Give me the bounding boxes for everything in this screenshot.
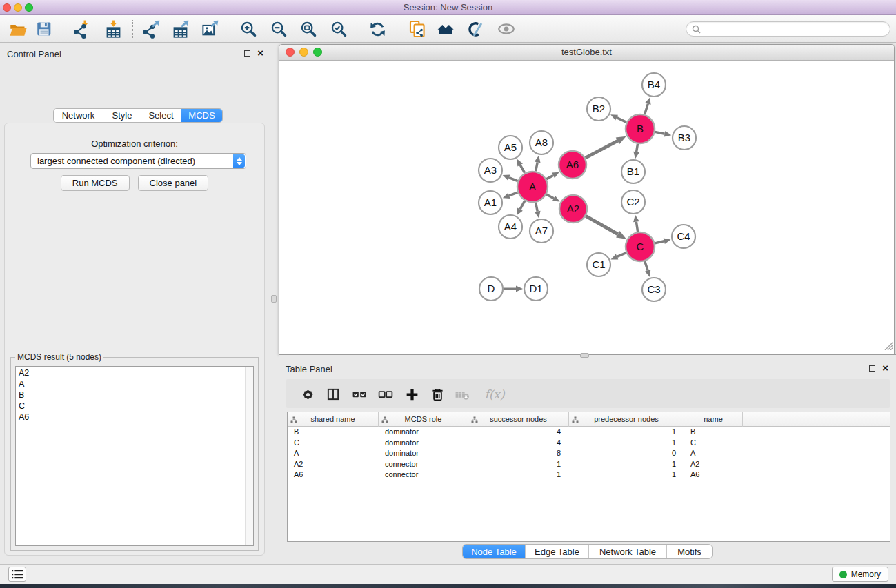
mcds-result-item[interactable]: A — [19, 378, 253, 389]
table-cell[interactable]: B — [288, 427, 379, 438]
table-cell[interactable]: 0 — [569, 448, 684, 459]
table-cell[interactable]: A — [684, 448, 743, 459]
table-cell[interactable]: 1 — [569, 427, 684, 438]
table-cell[interactable]: A6 — [684, 469, 743, 480]
graph-edge-A-A1[interactable] — [509, 192, 517, 196]
mcds-result-item[interactable]: C — [19, 401, 253, 412]
graph-edge-A6-B[interactable] — [586, 141, 618, 158]
divider-grab-handle[interactable] — [580, 353, 589, 358]
table-row[interactable]: A2connector11A2 — [288, 459, 890, 470]
zoom-out-icon[interactable] — [269, 19, 288, 39]
float-panel-icon[interactable] — [869, 365, 875, 372]
graph-edge-C-C1[interactable] — [617, 253, 626, 257]
table-cell[interactable]: 1 — [569, 469, 684, 480]
search-field[interactable] — [686, 21, 890, 37]
home-first-neighbors-icon[interactable] — [436, 19, 455, 39]
tab-node-table[interactable]: Node Table — [463, 545, 526, 558]
minimize-network-window-button[interactable] — [299, 48, 308, 57]
zoom-in-icon[interactable] — [239, 19, 258, 39]
table-cell[interactable]: dominator — [379, 438, 468, 449]
delete-table-icon[interactable] — [453, 385, 471, 403]
table-settings-gear-icon[interactable] — [299, 385, 317, 403]
table-cell[interactable]: A2 — [684, 459, 743, 470]
graph-edge-C-C4[interactable] — [655, 241, 664, 243]
deselect-all-checkboxes-icon[interactable] — [377, 385, 395, 403]
mcds-result-item[interactable]: A6 — [19, 412, 253, 423]
scrollbar-track[interactable] — [245, 367, 253, 545]
toggle-graphics-details-eye-icon[interactable] — [497, 19, 516, 39]
open-session-icon[interactable] — [8, 19, 28, 39]
tab-mcds[interactable]: MCDS — [181, 109, 222, 122]
close-panel-icon[interactable]: × — [257, 48, 263, 59]
graph-edge-B-B4[interactable] — [645, 104, 648, 114]
table-cell[interactable]: B — [684, 427, 743, 438]
zoom-selected-icon[interactable] — [329, 19, 348, 39]
table-cell[interactable]: 4 — [468, 427, 569, 438]
table-cell[interactable]: dominator — [379, 427, 468, 438]
vertical-split-divider[interactable] — [269, 43, 279, 564]
graph-edge-A-A5[interactable] — [520, 165, 525, 173]
table-cell[interactable]: 1 — [468, 469, 569, 480]
table-cell[interactable]: A — [288, 448, 379, 459]
table-cell[interactable]: 8 — [468, 448, 569, 459]
graph-edge-C-C2[interactable] — [636, 222, 637, 232]
refresh-layout-icon[interactable] — [368, 19, 387, 39]
graph-edge-A-A6[interactable] — [546, 175, 553, 179]
import-network-icon[interactable] — [72, 19, 91, 39]
clone-network-icon[interactable] — [408, 19, 427, 39]
graph-edge-A-A8[interactable] — [536, 162, 538, 171]
network-window-titlebar[interactable]: testGlobe.txt — [279, 45, 894, 61]
table-cell[interactable]: 4 — [468, 438, 569, 449]
close-panel-icon[interactable]: × — [882, 363, 888, 374]
graph-edge-A-A2[interactable] — [546, 194, 554, 199]
table-cell[interactable]: 1 — [569, 459, 684, 470]
select-all-checkboxes-icon[interactable] — [350, 385, 368, 403]
window-resize-grip[interactable] — [883, 340, 893, 353]
table-cell[interactable]: 1 — [569, 438, 684, 449]
network-canvas[interactable]: B4B2BB3A8A5A6A3B1AC2A1A2A4A7C4CC1C3DD1 — [280, 61, 893, 353]
tab-motifs[interactable]: Motifs — [667, 545, 712, 558]
divider-grab-handle[interactable] — [271, 295, 277, 303]
add-column-icon[interactable] — [403, 385, 421, 403]
function-builder-icon[interactable]: f(x) — [481, 385, 508, 403]
table-cell[interactable]: dominator — [379, 448, 468, 459]
column-header-predecessor-nodes[interactable]: predecessor nodes — [569, 412, 684, 427]
task-history-button[interactable] — [8, 567, 26, 582]
column-header-successor-nodes[interactable]: successor nodes — [468, 412, 569, 427]
run-mcds-button[interactable]: Run MCDS — [61, 175, 130, 191]
table-cell[interactable]: A2 — [288, 459, 379, 470]
export-table-icon[interactable] — [170, 19, 190, 39]
table-row[interactable]: Adominator80A — [288, 448, 890, 459]
graph-edge-A-A4[interactable] — [520, 201, 525, 209]
table-cell[interactable]: connector — [379, 469, 468, 480]
zoom-window-button[interactable] — [25, 3, 33, 12]
graph-edge-C-C3[interactable] — [645, 261, 648, 270]
table-cell[interactable]: 1 — [468, 459, 569, 470]
graph-edge-B-B2[interactable] — [617, 118, 626, 123]
graph-edge-A-A7[interactable] — [536, 203, 538, 212]
graph-edge-B-B1[interactable] — [637, 144, 638, 152]
zoom-network-window-button[interactable] — [313, 48, 322, 57]
tab-edge-table[interactable]: Edge Table — [526, 545, 589, 558]
graph-edge-B-B3[interactable] — [655, 132, 665, 134]
close-panel-button[interactable]: Close panel — [138, 175, 209, 191]
export-network-icon[interactable] — [141, 19, 161, 39]
tab-network-table[interactable]: Network Table — [589, 545, 667, 558]
table-cell[interactable]: connector — [379, 459, 468, 470]
save-session-icon[interactable] — [34, 19, 54, 39]
table-row[interactable]: Bdominator41B — [288, 427, 890, 438]
close-network-window-button[interactable] — [286, 48, 295, 57]
export-image-icon[interactable] — [200, 19, 219, 39]
mcds-result-item[interactable]: A2 — [19, 367, 253, 378]
tab-network[interactable]: Network — [54, 109, 103, 122]
mcds-result-list[interactable]: A2ABCA6 — [15, 366, 254, 546]
table-row[interactable]: A6connector11A6 — [288, 469, 890, 480]
graph-edge-A2-C[interactable] — [586, 216, 618, 234]
memory-button[interactable]: Memory — [832, 567, 888, 582]
delete-columns-trash-icon[interactable] — [428, 385, 446, 403]
column-header-name[interactable]: name — [684, 412, 743, 427]
tab-style[interactable]: Style — [103, 109, 141, 122]
table-cell[interactable]: C — [288, 438, 379, 449]
criterion-dropdown[interactable]: largest connected component (directed) — [30, 153, 246, 169]
column-header-MCDS-role[interactable]: MCDS role — [379, 412, 468, 427]
